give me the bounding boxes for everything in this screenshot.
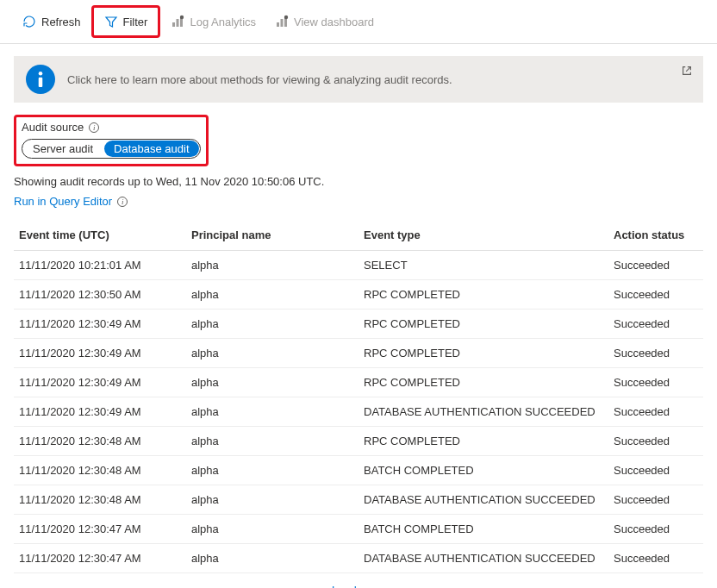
info-icon (26, 65, 55, 94)
audit-source-label: Audit source (22, 121, 84, 134)
load-more-link[interactable]: Load more (332, 584, 385, 588)
cell-time: 11/11/2020 12:30:50 AM (14, 280, 186, 310)
log-analytics-label: Log Analytics (190, 16, 256, 28)
server-audit-pill[interactable]: Server audit (22, 140, 103, 158)
cell-principal: alpha (186, 456, 358, 485)
cell-time: 11/11/2020 12:30:47 AM (14, 544, 186, 573)
cell-principal: alpha (186, 397, 358, 427)
cell-status: Succeeded (608, 456, 703, 485)
svg-rect-5 (281, 19, 284, 27)
cell-status: Succeeded (608, 515, 703, 544)
cell-status: Succeeded (608, 251, 703, 280)
info-text: Click here to learn more about methods f… (67, 73, 452, 86)
table-row[interactable]: 11/11/2020 12:30:48 AMalphaBATCH COMPLET… (14, 456, 703, 485)
table-row[interactable]: 11/11/2020 12:30:48 AMalphaRPC COMPLETED… (14, 427, 703, 456)
table-row[interactable]: 11/11/2020 12:30:49 AMalphaRPC COMPLETED… (14, 368, 703, 397)
cell-time: 11/11/2020 12:30:48 AM (14, 427, 186, 456)
cell-status: Succeeded (608, 485, 703, 515)
cell-principal: alpha (186, 368, 358, 397)
cell-time: 11/11/2020 12:30:47 AM (14, 515, 186, 544)
run-in-query-editor-link[interactable]: Run in Query Editor i (14, 195, 128, 208)
table-header-row: Event time (UTC) Principal name Event ty… (14, 220, 703, 251)
cell-type: BATCH COMPLETED (358, 515, 608, 544)
filter-icon (104, 15, 118, 28)
cell-type: BATCH COMPLETED (358, 456, 608, 485)
audit-source-toggle: Server audit Database audit (22, 139, 201, 159)
log-analytics-button[interactable]: Log Analytics (162, 9, 265, 34)
cell-principal: alpha (186, 251, 358, 280)
cell-type: RPC COMPLETED (358, 427, 608, 456)
cell-principal: alpha (186, 515, 358, 544)
table-row[interactable]: 11/11/2020 12:30:47 AMalphaBATCH COMPLET… (14, 515, 703, 544)
cell-principal: alpha (186, 427, 358, 456)
database-audit-pill[interactable]: Database audit (104, 141, 198, 157)
cell-time: 11/11/2020 12:30:49 AM (14, 397, 186, 427)
cell-principal: alpha (186, 485, 358, 515)
col-event-type[interactable]: Event type (358, 220, 608, 251)
query-editor-label: Run in Query Editor (14, 195, 112, 208)
cell-principal: alpha (186, 310, 358, 339)
cell-status: Succeeded (608, 339, 703, 368)
table-row[interactable]: 11/11/2020 12:30:48 AMalphaDATABASE AUTH… (14, 485, 703, 515)
audit-source-highlight: Audit source i Server audit Database aud… (14, 115, 209, 166)
view-dashboard-label: View dashboard (294, 16, 374, 28)
col-action-status[interactable]: Action status (608, 220, 703, 251)
load-more-row: Load more (14, 573, 703, 588)
cell-status: Succeeded (608, 368, 703, 397)
audit-source-label-row: Audit source i (22, 121, 201, 134)
cell-principal: alpha (186, 544, 358, 573)
cell-type: DATABASE AUTHENTICATION SUCCEEDED (358, 397, 608, 427)
table-row[interactable]: 11/11/2020 12:30:50 AMalphaRPC COMPLETED… (14, 280, 703, 310)
audit-records-table: Event time (UTC) Principal name Event ty… (14, 220, 703, 573)
cell-type: DATABASE AUTHENTICATION SUCCEEDED (358, 544, 608, 573)
cell-type: DATABASE AUTHENTICATION SUCCEEDED (358, 485, 608, 515)
cell-principal: alpha (186, 280, 358, 310)
cell-time: 11/11/2020 12:30:48 AM (14, 456, 186, 485)
svg-rect-9 (39, 78, 43, 87)
col-event-time[interactable]: Event time (UTC) (14, 220, 186, 251)
cell-time: 11/11/2020 12:30:48 AM (14, 485, 186, 515)
col-principal[interactable]: Principal name (186, 220, 358, 251)
info-bar[interactable]: Click here to learn more about methods f… (14, 56, 703, 103)
info-icon-small[interactable]: i (117, 197, 128, 207)
cell-time: 11/11/2020 12:30:49 AM (14, 339, 186, 368)
cell-status: Succeeded (608, 427, 703, 456)
cell-time: 11/11/2020 12:30:49 AM (14, 310, 186, 339)
filter-button[interactable]: Filter (96, 9, 157, 34)
cell-status: Succeeded (608, 280, 703, 310)
table-row[interactable]: 11/11/2020 12:30:49 AMalphaRPC COMPLETED… (14, 339, 703, 368)
showing-records-text: Showing audit records up to Wed, 11 Nov … (14, 175, 703, 188)
svg-rect-4 (277, 22, 279, 27)
svg-point-3 (180, 16, 184, 19)
cell-type: RPC COMPLETED (358, 339, 608, 368)
view-dashboard-icon (275, 15, 289, 28)
cell-status: Succeeded (608, 544, 703, 573)
toolbar: Refresh Filter Log Analytics View dashbo… (0, 0, 717, 44)
table-row[interactable]: 11/11/2020 12:30:49 AMalphaRPC COMPLETED… (14, 310, 703, 339)
cell-principal: alpha (186, 339, 358, 368)
filter-label: Filter (123, 16, 148, 28)
info-icon-small[interactable]: i (89, 122, 99, 133)
refresh-button[interactable]: Refresh (14, 9, 90, 34)
table-row[interactable]: 11/11/2020 10:21:01 AMalphaSELECTSucceed… (14, 251, 703, 280)
external-link-icon (681, 65, 693, 79)
cell-type: RPC COMPLETED (358, 368, 608, 397)
view-dashboard-button[interactable]: View dashboard (266, 9, 383, 34)
table-row[interactable]: 11/11/2020 12:30:49 AMalphaDATABASE AUTH… (14, 397, 703, 427)
svg-rect-0 (172, 22, 175, 27)
cell-type: SELECT (358, 251, 608, 280)
filter-highlight: Filter (91, 5, 161, 38)
refresh-label: Refresh (41, 16, 81, 28)
cell-status: Succeeded (608, 310, 703, 339)
cell-time: 11/11/2020 12:30:49 AM (14, 368, 186, 397)
cell-type: RPC COMPLETED (358, 310, 608, 339)
log-analytics-icon (171, 15, 184, 28)
svg-point-8 (39, 72, 43, 76)
svg-point-7 (284, 16, 288, 19)
refresh-icon (22, 15, 36, 28)
cell-type: RPC COMPLETED (358, 280, 608, 310)
table-row[interactable]: 11/11/2020 12:30:47 AMalphaDATABASE AUTH… (14, 544, 703, 573)
svg-rect-1 (177, 19, 179, 27)
cell-time: 11/11/2020 10:21:01 AM (14, 251, 186, 280)
cell-status: Succeeded (608, 397, 703, 427)
